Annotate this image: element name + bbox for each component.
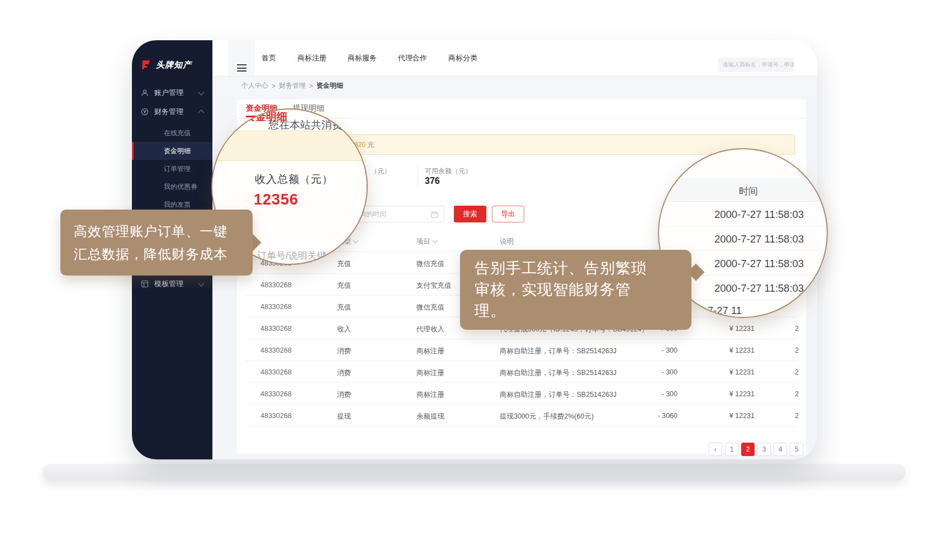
cell-amount: - 300 (662, 390, 678, 398)
sidebar-item-finance[interactable]: 财务管理 (132, 103, 212, 121)
sort-icon (433, 238, 438, 244)
cell-order: 48330268 (260, 390, 292, 398)
cell-order: 48330268 (260, 281, 292, 289)
hamburger-icon[interactable] (237, 64, 247, 72)
sidebar-subitem-funds-active[interactable]: 资金明细 (132, 142, 212, 160)
callout-left-line2: 汇总数据，降低财务成本 (74, 243, 239, 265)
sidebar-item-account[interactable]: 账户管理 (132, 84, 212, 102)
cell-project: 余额提现 (416, 412, 444, 421)
sidebar-item-templates[interactable]: 模板管理 (132, 275, 212, 293)
magnified-order-header-fragment: 订单号/说明关键 (257, 249, 326, 262)
cell-order: 48330268 (260, 368, 292, 376)
pagination-page-4[interactable]: 4 (774, 443, 787, 456)
cell-time: 2 (795, 325, 804, 333)
breadcrumb-item[interactable]: 个人中心 (241, 81, 268, 91)
page: 头牌知产 账户管理 财务管理 在线充值 资金明细 (0, 0, 948, 560)
breadcrumb-separator: > (272, 82, 276, 90)
calendar-icon (431, 211, 438, 218)
cell-time: 2 (795, 368, 804, 376)
logo[interactable]: 头牌知产 (141, 57, 208, 73)
cell-order: 48330268 (260, 412, 292, 420)
magnified-banner (211, 131, 368, 161)
cell-project: 代理收入 (416, 325, 444, 334)
chevron-down-icon (198, 280, 204, 286)
expense-label-fragment: （元） (371, 167, 391, 176)
template-icon (141, 280, 149, 288)
callout-left: 高效管理账户订单、一键 汇总数据，降低财务成本 (60, 210, 253, 276)
pagination-prev[interactable]: ‹ (709, 443, 722, 456)
nav-link-tm-category[interactable]: 商标分类 (448, 53, 477, 63)
sidebar-subitem-label: 资金明细 (164, 146, 191, 156)
cell-order: 48330268 (260, 325, 292, 333)
breadcrumb-current: 资金明细 (316, 81, 343, 91)
nav-link-agency[interactable]: 代理合作 (398, 53, 427, 63)
pagination-page-1[interactable]: 1 (725, 443, 738, 456)
magnified-time-row: 2000-7-27 11:58:03 (659, 226, 827, 251)
nav-link-tm-register[interactable]: 商标注册 (297, 53, 326, 63)
sort-icon (353, 238, 359, 244)
pagination-page-2-active[interactable]: 2 (741, 443, 755, 456)
cell-time: 2 (795, 390, 804, 398)
magnified-time-header: 时间 (739, 185, 758, 198)
cell-desc: 商标自助注册，订单号：SB2514263J (500, 347, 617, 356)
callout-right-line1: 告别手工统计、告别繁琐 (475, 258, 677, 279)
cell-time: 2 (795, 412, 804, 420)
table-row[interactable]: 48330268 消费 商标注册 商标自助注册，订单号：SB2514263J -… (246, 360, 797, 383)
cell-balance: ¥ 12231 (729, 368, 755, 376)
cell-amount: - 3060 (658, 412, 677, 420)
cell-type: 充值 (337, 281, 351, 291)
search-placeholder: 请输入商标名，申请号，申请人 (723, 61, 794, 69)
sidebar-subitem-coupons[interactable]: 我的优惠券 (132, 178, 212, 196)
cell-balance: ¥ 12231 (729, 412, 755, 420)
stat-divider (418, 165, 418, 187)
nav-link-tm-service[interactable]: 商标服务 (348, 53, 377, 63)
pagination-page-3[interactable]: 3 (757, 443, 771, 456)
laptop-base (42, 464, 906, 481)
chevron-up-icon (198, 110, 204, 116)
user-icon (141, 89, 149, 97)
cell-desc: 商标自助注册，订单号：SB2514263J (500, 368, 617, 378)
table-row[interactable]: 48330268 消费 商标注册 商标自助注册，订单号：SB2514263J -… (246, 339, 797, 361)
cell-type: 消费 (337, 347, 351, 356)
header-project[interactable]: 项目 (416, 237, 437, 246)
cell-type: 提现 (337, 412, 351, 421)
cell-desc: 商标自助注册，订单号：SB2514263J (500, 390, 617, 400)
cell-time: 2 (795, 347, 804, 354)
finance-icon (141, 108, 149, 116)
cell-type: 消费 (337, 390, 351, 400)
magnified-time-row: 2000-7-27 11:58:03 (659, 202, 827, 226)
sidebar-subitem-label: 我的发票 (164, 200, 191, 210)
cell-project: 商标注册 (416, 368, 444, 378)
table-row[interactable]: 48330268 提现 余额提现 提现3000元，手续费2%(60元) - 30… (246, 404, 797, 427)
callout-right: 告别手工统计、告别繁琐 审核，实现智能财务管 理。 (460, 250, 691, 330)
nav-links: 首页 商标注册 商标服务 代理合作 商标分类 (262, 40, 477, 76)
cell-project: 微信充值 (416, 303, 444, 312)
brand-flag-icon (141, 59, 152, 70)
sidebar-item-label: 财务管理 (154, 107, 183, 117)
cell-order: 48330268 (260, 303, 292, 311)
sidebar-subitem-orders[interactable]: 订单管理 (132, 160, 212, 178)
pagination-page-5[interactable]: 5 (790, 443, 803, 456)
breadcrumb-item[interactable]: 财务管理 (279, 81, 306, 91)
cell-balance: ¥ 12231 (729, 325, 755, 333)
sidebar-subitem-recharge[interactable]: 在线充值 (132, 124, 212, 142)
magnified-income-label: 收入总额（元） (255, 172, 333, 187)
cell-type: 收入 (337, 325, 351, 334)
search-button[interactable]: 搜索 (454, 206, 486, 222)
cell-project: 商标注册 (416, 347, 444, 356)
export-button[interactable]: 导出 (492, 206, 524, 222)
cell-type: 消费 (337, 368, 351, 378)
cell-balance: ¥ 12231 (729, 390, 755, 398)
sidebar-item-label: 账户管理 (154, 88, 183, 98)
available-balance-label: 可用余额（元） (425, 167, 472, 176)
cell-order: 48330268 (260, 347, 292, 354)
pagination: ‹ 1 2 3 4 5 (709, 443, 803, 456)
breadcrumb: 个人中心 > 财务管理 > 资金明细 (212, 77, 817, 95)
active-indicator (132, 142, 134, 160)
breadcrumb-separator: > (309, 82, 313, 90)
cell-amount: - 300 (662, 347, 678, 354)
table-row[interactable]: 48330268 消费 商标注册 商标自助注册，订单号：SB2514263J -… (246, 382, 797, 405)
nav-link-home[interactable]: 首页 (262, 53, 276, 63)
search-input[interactable]: 请输入商标名，申请号，申请人 (718, 58, 794, 72)
callout-right-line2: 审核，实现智能财务管 (475, 279, 677, 300)
